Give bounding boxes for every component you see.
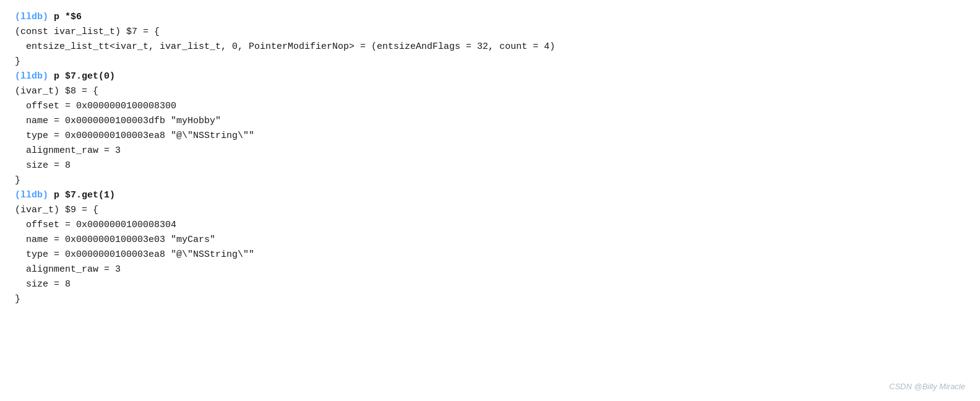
code-line: entsize_list_tt<ivar_t, ivar_list_t, 0, …	[15, 40, 965, 54]
code-line: }	[15, 292, 965, 307]
code-line: (lldb) p $7.get(1)	[15, 188, 965, 203]
code-line: size = 8	[15, 158, 965, 173]
code-line: offset = 0x0000000100008304	[15, 218, 965, 233]
code-line: (lldb) p *$6	[15, 10, 965, 25]
lldb-prompt: (lldb)	[15, 190, 48, 200]
code-line: offset = 0x0000000100008300	[15, 99, 965, 114]
watermark: CSDN @Billy Miracle	[889, 381, 965, 394]
code-line: (const ivar_list_t) $7 = {	[15, 25, 965, 40]
prompt-command: p $7.get(0)	[48, 71, 115, 82]
code-line: name = 0x0000000100003e03 "myCars"	[15, 233, 965, 248]
code-line: alignment_raw = 3	[15, 262, 965, 277]
code-line: alignment_raw = 3	[15, 144, 965, 158]
code-line: }	[15, 54, 965, 69]
lldb-prompt: (lldb)	[15, 71, 48, 82]
code-line: (ivar_t) $9 = {	[15, 203, 965, 218]
code-line: type = 0x0000000100003ea8 "@\"NSString\"…	[15, 129, 965, 144]
code-line: }	[15, 173, 965, 188]
code-line: (lldb) p $7.get(0)	[15, 69, 965, 84]
code-block: (lldb) p *$6(const ivar_list_t) $7 = { e…	[15, 10, 965, 307]
lldb-prompt: (lldb)	[15, 12, 48, 22]
code-line: name = 0x0000000100003dfb "myHobby"	[15, 114, 965, 129]
code-line: type = 0x0000000100003ea8 "@\"NSString\"…	[15, 248, 965, 262]
prompt-command: p $7.get(1)	[48, 190, 115, 200]
prompt-command: p *$6	[48, 12, 82, 22]
code-line: size = 8	[15, 277, 965, 292]
code-line: (ivar_t) $8 = {	[15, 84, 965, 99]
